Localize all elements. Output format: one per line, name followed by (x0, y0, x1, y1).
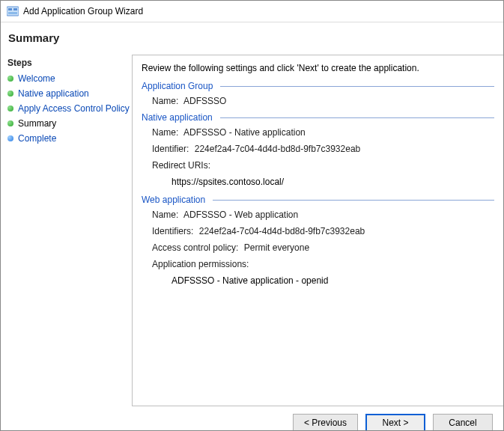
field-identifier: Identifier: 224ef2a4-7c04-4d4d-bd8d-9fb7… (152, 144, 494, 154)
summary-panel: Review the following settings and click … (132, 55, 503, 406)
field-value: ADFSSSO - Web application (183, 210, 298, 220)
field-label: Identifier: (152, 144, 189, 154)
step-summary[interactable]: Summary (5, 116, 132, 131)
field-label: Identifiers: (152, 226, 193, 236)
cancel-button[interactable]: Cancel (433, 414, 493, 431)
field-value: 224ef2a4-7c04-4d4d-bd8d-9fb7c3932eab (199, 226, 365, 236)
svg-rect-3 (8, 12, 17, 14)
step-label: Welcome (18, 73, 55, 84)
divider (213, 200, 494, 201)
redirect-uri-value: https://spsites.contoso.local/ (171, 177, 494, 187)
step-welcome[interactable]: Welcome (5, 71, 132, 86)
field-name: Name: ADFSSSO - Native application (152, 127, 494, 138)
svg-rect-1 (8, 8, 12, 10)
bullet-done-icon (7, 76, 13, 82)
group-title-text: Web application (142, 195, 205, 205)
svg-rect-0 (7, 7, 19, 16)
step-native-application[interactable]: Native application (5, 86, 132, 101)
field-identifiers: Identifiers: 224ef2a4-7c04-4d4d-bd8d-9fb… (152, 226, 494, 236)
field-name: Name: ADFSSSO - Web application (152, 210, 494, 220)
intro-text: Review the following settings and click … (142, 63, 494, 73)
step-label: Summary (18, 118, 56, 129)
group-web-application: Web application Name: ADFSSSO - Web appl… (142, 195, 494, 286)
step-label: Apply Access Control Policy (18, 103, 130, 114)
group-title: Native application (142, 112, 494, 123)
field-label: Access control policy: (152, 242, 238, 253)
field-access-control-policy: Access control policy: Permit everyone (152, 242, 494, 253)
group-title-text: Native application (142, 112, 213, 123)
bullet-pending-icon (7, 135, 13, 141)
group-title: Web application (142, 195, 494, 205)
bullet-done-icon (7, 91, 13, 97)
field-application-permissions: Application permissions: (152, 259, 494, 269)
page-title: Summary (8, 31, 496, 44)
field-label: Name: (152, 210, 178, 220)
field-label: Name: (152, 127, 178, 138)
titlebar: Add Application Group Wizard (1, 1, 503, 22)
next-button[interactable]: Next > (365, 414, 425, 431)
field-value: 224ef2a4-7c04-4d4d-bd8d-9fb7c3932eab (195, 144, 361, 154)
steps-heading: Steps (5, 58, 132, 71)
application-permission-value: ADFSSSO - Native application - openid (171, 275, 494, 286)
previous-button[interactable]: < Previous (293, 414, 358, 431)
group-title: Application Group (142, 81, 494, 91)
field-name: Name: ADFSSSO (152, 96, 494, 106)
group-application-group: Application Group Name: ADFSSSO (142, 81, 494, 106)
svg-rect-2 (13, 8, 17, 10)
field-label: Application permissions: (152, 259, 249, 269)
field-value: ADFSSSO - Native application (183, 127, 306, 138)
step-label: Complete (18, 133, 56, 144)
field-label: Name: (152, 96, 178, 106)
step-apply-access-control-policy[interactable]: Apply Access Control Policy (5, 101, 132, 116)
divider (220, 117, 494, 118)
field-label: Redirect URIs: (152, 160, 210, 171)
page-header: Summary (1, 22, 503, 55)
group-native-application: Native application Name: ADFSSSO - Nativ… (142, 112, 494, 187)
bullet-done-icon (7, 106, 13, 111)
steps-sidebar: Steps Welcome Native application Apply A… (1, 55, 132, 406)
field-redirect-uris: Redirect URIs: (152, 160, 494, 171)
app-icon (7, 5, 19, 17)
step-complete[interactable]: Complete (5, 131, 132, 146)
wizard-footer: < Previous Next > Cancel (1, 406, 503, 431)
bullet-done-icon (7, 120, 13, 126)
field-value: Permit everyone (244, 242, 309, 253)
content-area: Steps Welcome Native application Apply A… (1, 55, 503, 406)
window-title: Add Application Group Wizard (23, 6, 143, 16)
group-title-text: Application Group (142, 81, 213, 91)
field-value: ADFSSSO (183, 96, 226, 106)
divider (220, 86, 494, 87)
step-label: Native application (18, 88, 89, 99)
